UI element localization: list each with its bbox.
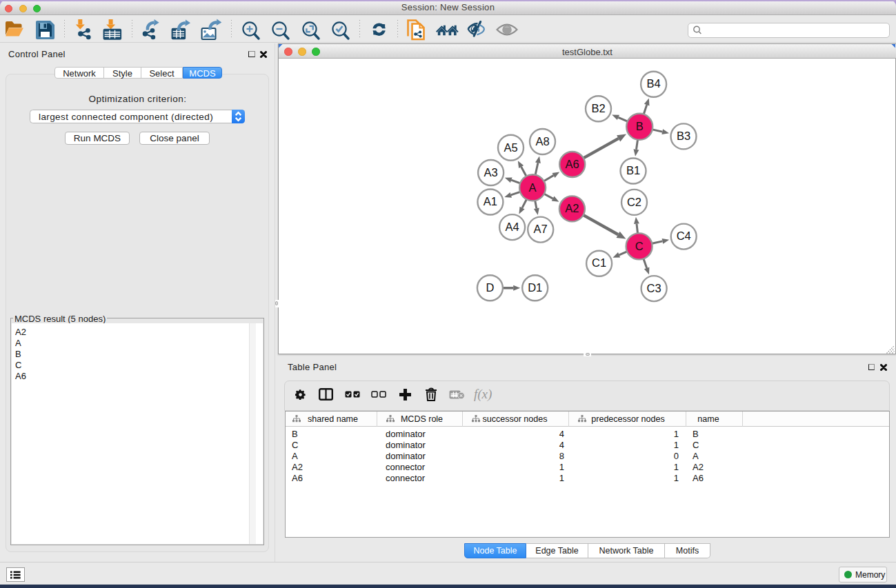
- svg-text:A8: A8: [535, 135, 549, 148]
- svg-text:A4: A4: [506, 221, 519, 233]
- svg-text:D1: D1: [528, 281, 542, 294]
- svg-text:A7: A7: [534, 223, 548, 235]
- svg-text:B: B: [636, 120, 644, 132]
- svg-text:C3: C3: [647, 282, 661, 294]
- svg-text:C4: C4: [677, 230, 691, 242]
- svg-text:A1: A1: [484, 195, 497, 207]
- svg-text:B4: B4: [647, 77, 661, 90]
- svg-text:C: C: [635, 240, 644, 252]
- svg-text:C2: C2: [627, 196, 641, 208]
- svg-text:A2: A2: [565, 202, 579, 214]
- svg-text:B3: B3: [677, 130, 690, 142]
- svg-text:D: D: [486, 281, 494, 294]
- svg-text:B2: B2: [591, 102, 605, 114]
- svg-text:A3: A3: [484, 166, 498, 179]
- svg-text:A5: A5: [504, 141, 517, 154]
- svg-text:A: A: [529, 181, 537, 194]
- svg-text:A6: A6: [566, 158, 579, 170]
- svg-text:C1: C1: [592, 256, 606, 269]
- svg-text:B1: B1: [626, 164, 640, 176]
